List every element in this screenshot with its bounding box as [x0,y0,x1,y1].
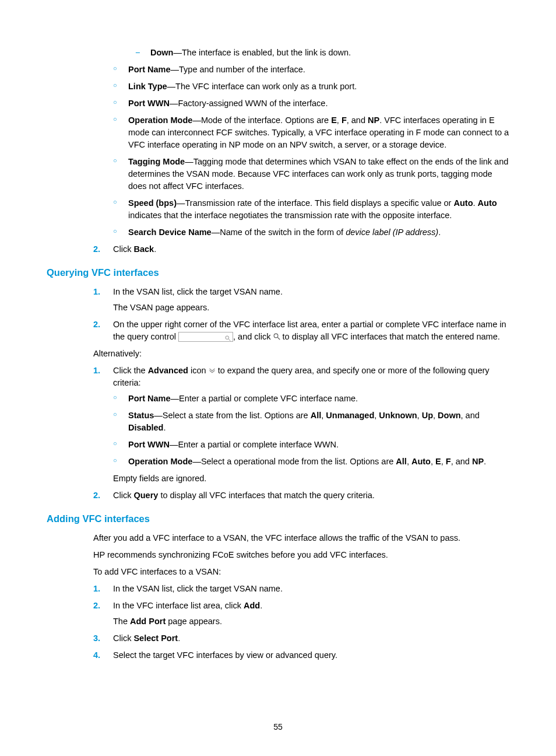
t: . [163,423,166,432]
t: In the VFC interface list area, click [113,601,244,610]
term: Port Name [128,65,171,74]
b: Select Port [133,634,178,643]
term: Port WWN [128,440,170,449]
num-marker: 2. [93,600,100,612]
term: Port Name [128,394,171,403]
query-step-1: 1. In the VSAN list, click the target VS… [93,286,509,314]
add-p1: After you add a VFC interface to a VSAN,… [93,532,509,544]
t: . [484,457,486,466]
add-steps: 1. In the VSAN list, click the target VS… [93,583,509,662]
t: The VSAN page appears. [113,302,509,314]
query-step-2: 2. On the upper right corner of the VFC … [93,318,509,343]
crit-status: Status—Select a state from the list. Opt… [113,410,509,434]
term: Operation Mode [128,116,192,125]
t: . [473,198,477,208]
desc: —Factory-assigned WWN of the interface. [170,99,328,108]
t: Click [113,491,133,500]
b: E [331,116,337,125]
circ-search-device-name: Search Device Name—Name of the switch in… [113,226,509,239]
t: icon [188,366,209,375]
t: page appears. [166,617,222,626]
alternatively-text: Alternatively: [93,348,509,360]
dash-list: Down—The interface is enabled, but the l… [135,47,509,59]
num-marker: 1. [93,583,100,595]
b: Add [244,601,260,610]
hidden-num-holder: Port Name—Type and number of the interfa… [93,64,509,239]
add-step-3: 3. Click Select Port. [93,632,509,645]
num-marker: 4. [93,649,100,662]
t: , and [451,457,472,466]
criteria-list: Port Name—Enter a partial or complete VF… [113,393,509,468]
crit-port-name: Port Name—Enter a partial or complete VF… [113,393,509,405]
top-step-2: 2. Click Back. [93,243,509,256]
query-alt-steps: 1. Click the Advanced icon to expand the… [93,365,509,502]
expand-down-icon [209,366,218,375]
t: The [113,617,130,626]
t: to display all VFC interfaces that match… [283,332,500,341]
term: Search Device Name [128,228,212,237]
term: Port WWN [128,99,170,108]
b: NP [368,116,379,125]
desc: —Tagging mode that determines which VSAN… [128,157,508,191]
desc: —The interface is enabled, but the link … [173,48,351,57]
t: Click [113,634,133,643]
b: Add Port [130,617,166,626]
svg-line-3 [277,338,280,340]
circ-tagging-mode: Tagging Mode—Tagging mode that determine… [113,156,509,192]
magnifier-icon [273,332,283,341]
b: NP [472,457,484,466]
t: , and click [233,332,273,341]
t: Click the [113,366,148,375]
crit-port-wwn: Port WWN—Enter a partial or complete int… [113,439,509,451]
num-marker: 2. [93,318,100,331]
query-control-box[interactable] [178,332,233,342]
add-step-1: 1. In the VSAN list, click the target VS… [93,583,509,595]
crit-operation-mode: Operation Mode—Select a operational mode… [113,456,509,468]
desc: —Enter a partial or complete VFC interfa… [171,394,358,403]
circ-operation-mode: Operation Mode—Mode of the interface. Op… [113,114,509,151]
b: Unknown [379,411,417,420]
term: Tagging Mode [128,157,185,166]
t: —Name of the switch in the form of [212,228,346,237]
t: , and [461,411,480,420]
t: Empty fields are ignored. [113,473,509,485]
circ-link-type: Link Type—The VFC interface can work onl… [113,80,509,93]
circ-port-wwn: Port WWN—Factory-assigned WWN of the int… [113,97,509,110]
t: , and [347,116,368,125]
top-circ-list: Port Name—Type and number of the interfa… [113,64,509,239]
b: Unmanaged [326,411,374,420]
alt-step-1: 1. Click the Advanced icon to expand the… [93,365,509,485]
num-marker: 1. [93,365,100,377]
b: E [435,457,441,466]
t: Click [113,244,133,254]
term: Operation Mode [128,457,192,466]
svg-point-0 [226,336,229,340]
dash-item-down: Down—The interface is enabled, but the l… [135,47,509,59]
heading-adding: Adding VFC interfaces [47,512,509,526]
t: —Mode of the interface. Options are [192,116,331,125]
circ-speed: Speed (bps)—Transmission rate of the int… [113,197,509,222]
svg-point-2 [274,334,278,338]
t: indicates that the interface negotiates … [128,211,452,220]
term: Speed (bps) [128,198,177,208]
t: . [178,634,180,643]
b: Auto [411,457,431,466]
b: Auto [478,198,497,208]
num-marker: 2. [93,489,100,502]
desc: —Type and number of the interface. [171,65,305,74]
term: Status [128,411,154,420]
b: F [342,116,347,125]
t: . [260,601,262,610]
t: —Select a state from the list. Options a… [154,411,310,420]
t: , [407,457,411,466]
add-step-4: 4. Select the target VFC interfaces by v… [93,649,509,662]
i: device label (IP address) [346,228,438,237]
t: . [154,244,156,254]
num-marker: 3. [93,632,100,645]
t: , [431,457,435,466]
add-step-2: 2. In the VFC interface list area, click… [93,600,509,628]
t: —Select a operational mode from the list… [192,457,396,466]
b: Disabled [128,423,163,432]
b: Down [438,411,460,420]
term: Link Type [128,82,167,91]
